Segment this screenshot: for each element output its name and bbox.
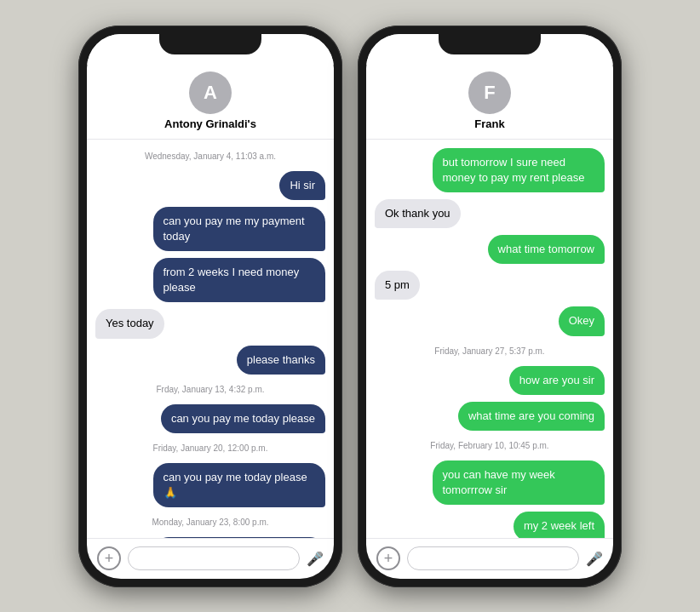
message-row: my 2 week left	[375, 512, 605, 537]
message-row: Yes today	[95, 309, 325, 338]
phone-1: A Antony Grinaldi's Wednesday, January 4…	[78, 26, 342, 587]
contact-header-1: A Antony Grinaldi's	[87, 65, 334, 140]
bubble: but tomorrow I sure need money to pay my…	[433, 148, 605, 192]
notch-1	[159, 34, 261, 54]
phones-container: A Antony Grinaldi's Wednesday, January 4…	[61, 9, 639, 604]
contact-name-2: Frank	[474, 117, 504, 130]
plus-button-1[interactable]: +	[97, 546, 121, 570]
contact-name-1: Antony Grinaldi's	[164, 117, 256, 130]
timestamp: Friday, January 20, 12:00 p.m.	[95, 443, 325, 453]
message-row: please thanks	[95, 346, 325, 375]
message-row: can you pay me my payment today	[95, 207, 325, 251]
timestamp: Friday, January 27, 5:37 p.m.	[375, 346, 605, 356]
phone-2: F Frank but tomorrow I sure need money t…	[358, 26, 622, 587]
bubble: can you pay me today please	[161, 404, 325, 433]
message-row: can you pay me today please	[95, 404, 325, 433]
message-row: Hi sir	[95, 171, 325, 200]
message-row: what time tomorrow	[375, 235, 605, 264]
mic-button-1[interactable]: 🎤	[307, 551, 324, 567]
plus-button-2[interactable]: +	[376, 546, 400, 570]
message-row: 5 pm	[375, 271, 605, 300]
notch-2	[439, 34, 541, 54]
messages-area-1[interactable]: Wednesday, January 4, 11:03 a.m. Hi sir …	[87, 140, 334, 538]
message-row: you can have my week tomorrrow sir	[375, 460, 605, 505]
timestamp: Monday, January 23, 8:00 p.m.	[95, 518, 325, 527]
bubble: how are you sir	[509, 366, 605, 395]
bubble: my 2 week left	[514, 512, 605, 537]
message-row: but tomorrow I sure need money to pay my…	[375, 148, 605, 192]
notch-area-2	[366, 34, 613, 65]
bubble: 5 pm	[375, 271, 420, 300]
timestamp: Friday, February 10, 10:45 p.m.	[375, 441, 605, 450]
phone-1-screen: A Antony Grinaldi's Wednesday, January 4…	[87, 34, 334, 579]
timestamp: Frday, January 13, 4:32 p.m.	[95, 385, 325, 394]
messages-area-2[interactable]: but tomorrow I sure need money to pay my…	[366, 140, 613, 538]
phone-2-screen: F Frank but tomorrow I sure need money t…	[366, 34, 613, 579]
contact-header-2: F Frank	[366, 65, 613, 140]
bubble: from 2 weeks I need money please	[153, 258, 326, 302]
timestamp: Wednesday, January 4, 11:03 a.m.	[95, 152, 325, 161]
bubble: please thanks	[237, 346, 325, 375]
message-row: from 2 weeks I need money please	[95, 258, 325, 302]
mic-button-2[interactable]: 🎤	[586, 551, 603, 567]
message-row: Okey	[375, 306, 605, 335]
input-bar-2: + 🎤	[366, 538, 613, 579]
avatar-2: F	[468, 71, 511, 114]
bubble: Ok thank you	[375, 199, 461, 228]
bubble: what time are you coming	[458, 402, 605, 431]
bubble: can you pay me today please 🙏	[153, 463, 326, 507]
input-bar-1: + 🎤	[87, 538, 334, 579]
message-input-1[interactable]	[128, 546, 300, 570]
notch-area-1	[87, 34, 334, 65]
bubble: you can have my week tomorrrow sir	[433, 460, 605, 505]
avatar-1: A	[189, 71, 232, 114]
bubble: Okey	[559, 306, 605, 335]
message-row: what time are you coming	[375, 402, 605, 431]
bubble: Hi sir	[279, 171, 325, 200]
message-input-2[interactable]	[407, 546, 579, 570]
message-row: can you pay me today please 🙏	[95, 463, 325, 507]
bubble: can you pay me my payment today	[153, 207, 326, 251]
bubble: Yes today	[95, 309, 164, 338]
bubble: what time tomorrow	[488, 235, 605, 264]
message-row: how are you sir	[375, 366, 605, 395]
message-row: Ok thank you	[375, 199, 605, 228]
